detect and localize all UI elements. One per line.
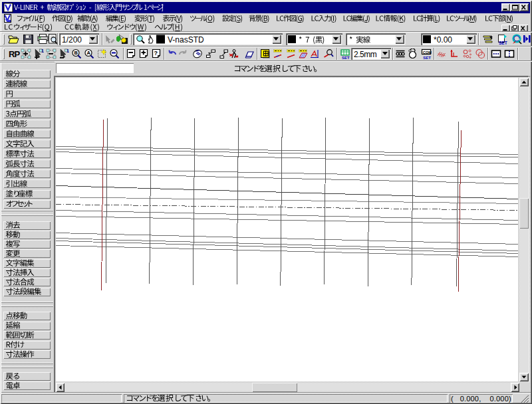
svg-text:SET: SET [423, 56, 431, 60]
svg-text:?: ? [154, 50, 158, 56]
svg-text:A: A [87, 50, 91, 56]
svg-text:SET: SET [499, 41, 507, 45]
svg-text:1: 1 [66, 49, 69, 53]
svg-text:1: 1 [41, 49, 44, 53]
svg-text:SET: SET [342, 56, 350, 60]
svg-text:COM: COM [423, 50, 432, 54]
svg-text:B: B [74, 50, 78, 56]
